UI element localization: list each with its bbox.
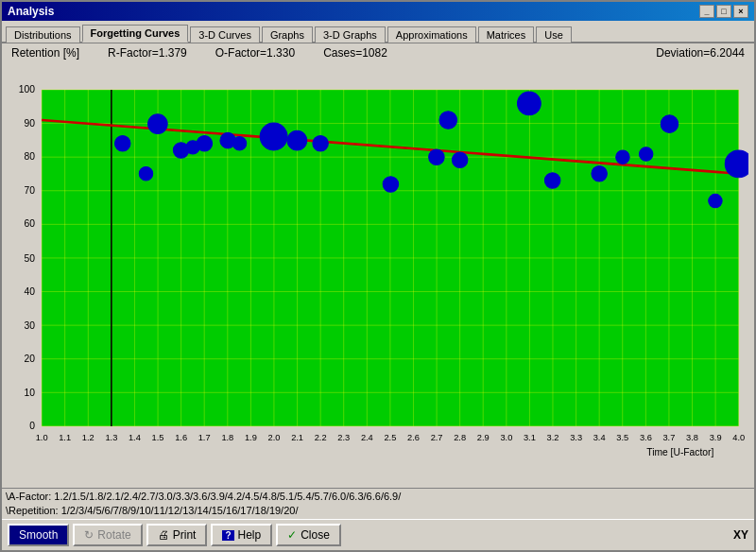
svg-text:50: 50	[24, 253, 35, 264]
svg-text:1.6: 1.6	[175, 433, 187, 442]
cases: Cases=1082	[323, 46, 387, 60]
svg-text:3.8: 3.8	[686, 433, 698, 442]
svg-text:1.5: 1.5	[152, 433, 164, 442]
chart-svg: 100 90 80 70 60 50 40 30 20 10 0 1.0 1.1…	[8, 64, 748, 486]
r-factor: R-Factor=1.379	[108, 46, 187, 60]
svg-text:2.2: 2.2	[315, 433, 327, 442]
svg-text:100: 100	[19, 84, 35, 95]
svg-point-64	[639, 147, 652, 161]
print-button[interactable]: 🖨 Print	[146, 524, 208, 546]
window-title: Analysis	[8, 5, 54, 18]
svg-text:3.6: 3.6	[640, 433, 652, 442]
svg-text:1.4: 1.4	[129, 433, 141, 442]
tab-3d-graphs[interactable]: 3-D Graphs	[315, 26, 386, 43]
svg-point-66	[709, 194, 722, 207]
help-icon: ?	[222, 530, 233, 541]
svg-text:2.7: 2.7	[431, 433, 443, 442]
chart-area: 100 90 80 70 60 50 40 30 20 10 0 1.0 1.1…	[2, 62, 754, 488]
smooth-button[interactable]: Smooth	[8, 524, 69, 546]
repetition-line: \Repetition: 1/2/3/4/5/6/7/8/9/10/11/12/…	[6, 504, 750, 518]
rotate-icon: ↻	[84, 528, 94, 542]
svg-text:1.1: 1.1	[59, 433, 71, 442]
svg-point-50	[197, 135, 213, 151]
tab-matrices[interactable]: Matrices	[478, 26, 535, 43]
svg-point-57	[429, 149, 445, 165]
deviation: Deviation=6.2044	[656, 46, 745, 60]
svg-text:3.2: 3.2	[547, 433, 559, 442]
check-icon: ✓	[287, 528, 297, 542]
svg-text:3.1: 3.1	[524, 433, 536, 442]
svg-text:3.4: 3.4	[593, 433, 606, 442]
svg-text:3.5: 3.5	[616, 433, 628, 442]
svg-text:2.4: 2.4	[361, 433, 373, 442]
svg-text:30: 30	[24, 320, 35, 331]
svg-text:2.6: 2.6	[407, 433, 420, 442]
svg-text:60: 60	[24, 218, 35, 229]
title-bar-buttons: _ □ ×	[699, 5, 748, 18]
svg-point-65	[661, 115, 679, 133]
svg-point-53	[260, 123, 287, 150]
svg-text:1.8: 1.8	[221, 433, 233, 442]
menu-tabs: Distributions Forgetting Curves 3-D Curv…	[2, 21, 754, 43]
svg-text:1.3: 1.3	[105, 433, 117, 442]
svg-point-55	[313, 135, 329, 151]
svg-point-47	[148, 114, 168, 134]
stats-bar: Retention [%] R-Factor=1.379 O-Factor=1.…	[2, 43, 754, 62]
svg-text:1.0: 1.0	[36, 433, 48, 442]
svg-text:20: 20	[24, 354, 35, 364]
svg-text:2.3: 2.3	[337, 433, 350, 442]
svg-point-45	[114, 135, 130, 151]
y-axis-label: Retention [%]	[11, 46, 79, 60]
svg-point-58	[439, 112, 457, 129]
maximize-button[interactable]: □	[716, 5, 731, 18]
svg-point-62	[592, 165, 608, 181]
print-icon: 🖨	[158, 528, 169, 542]
svg-text:3.9: 3.9	[710, 433, 722, 442]
tab-3d-curves[interactable]: 3-D Curves	[190, 26, 260, 43]
tab-distributions[interactable]: Distributions	[6, 26, 80, 43]
svg-point-59	[452, 152, 468, 168]
main-window: Analysis _ □ × Distributions Forgetting …	[0, 0, 756, 552]
svg-text:Time [U-Factor]: Time [U-Factor]	[646, 447, 713, 457]
svg-text:40: 40	[24, 286, 35, 297]
o-factor: O-Factor=1.330	[215, 46, 295, 60]
tab-approximations[interactable]: Approximations	[387, 26, 476, 43]
svg-point-61	[544, 173, 560, 189]
svg-text:0: 0	[29, 421, 35, 431]
close-button-bar[interactable]: ✓ Close	[276, 524, 341, 546]
svg-text:80: 80	[24, 151, 35, 162]
title-bar: Analysis _ □ ×	[2, 2, 754, 21]
svg-text:10: 10	[24, 388, 35, 398]
bottom-info: \A-Factor: 1.2/1.5/1.8/2.1/2.4/2.7/3.0/3…	[2, 488, 754, 519]
a-factor-line: \A-Factor: 1.2/1.5/1.8/2.1/2.4/2.7/3.0/3…	[6, 490, 750, 504]
svg-text:2.5: 2.5	[384, 433, 396, 442]
svg-text:1.9: 1.9	[245, 433, 257, 442]
svg-text:2.9: 2.9	[477, 433, 490, 442]
svg-point-52	[232, 137, 246, 150]
tab-use[interactable]: Use	[536, 26, 572, 43]
svg-point-54	[287, 130, 307, 150]
svg-text:4.0: 4.0	[732, 433, 745, 442]
svg-text:1.7: 1.7	[198, 433, 211, 442]
close-button[interactable]: ×	[733, 5, 748, 18]
button-bar: Smooth ↻ Rotate 🖨 Print ? Help ✓ Close X…	[2, 519, 754, 550]
svg-point-67	[725, 150, 748, 178]
svg-point-63	[616, 150, 629, 164]
svg-text:3.3: 3.3	[570, 433, 582, 442]
svg-point-46	[139, 166, 152, 180]
rotate-button[interactable]: ↻ Rotate	[73, 524, 142, 546]
svg-point-60	[518, 92, 541, 115]
minimize-button[interactable]: _	[699, 5, 714, 18]
help-button[interactable]: ? Help	[211, 524, 272, 546]
svg-point-56	[383, 177, 399, 193]
svg-text:1.2: 1.2	[82, 433, 94, 442]
tab-graphs[interactable]: Graphs	[262, 26, 313, 43]
tab-forgetting-curves[interactable]: Forgetting Curves	[82, 25, 189, 43]
xy-label: XY	[733, 528, 748, 542]
svg-text:2.0: 2.0	[267, 433, 280, 442]
svg-text:3.0: 3.0	[500, 433, 512, 442]
svg-text:2.1: 2.1	[291, 433, 303, 442]
svg-text:2.8: 2.8	[454, 433, 466, 442]
svg-text:70: 70	[24, 185, 35, 196]
svg-text:3.7: 3.7	[662, 433, 675, 442]
